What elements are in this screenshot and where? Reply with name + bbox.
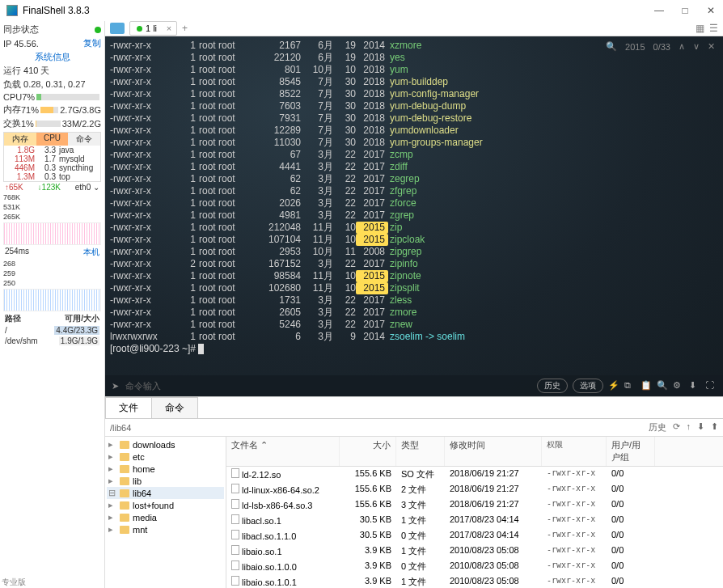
- paste-icon[interactable]: 📋: [641, 380, 652, 391]
- file-row[interactable]: ld-2.12.so155.6 KBSO 文件2018/06/19 21:27-…: [226, 467, 723, 482]
- new-tab-button[interactable]: +: [182, 23, 188, 34]
- terminal-line: -rwxr-xr-x1root root10268011月102015zipsp…: [110, 282, 718, 294]
- options-button[interactable]: 选项: [573, 379, 603, 393]
- tree-item[interactable]: ▸etc: [107, 451, 224, 463]
- file-row[interactable]: ld-lsb-x86-64.so.3155.6 KB3 文件2018/06/19…: [226, 497, 723, 513]
- bolt-icon[interactable]: ⚡: [608, 380, 619, 391]
- file-row[interactable]: libaio.so.1.0.13.9 KB1 文件2010/08/23 05:0…: [226, 574, 723, 588]
- file-row[interactable]: libaio.so.1.0.03.9 KB0 文件2010/08/23 05:0…: [226, 559, 723, 574]
- folder-tree[interactable]: ▸downloads▸etc▸home▸lib⊟lib64▸lost+found…: [105, 437, 226, 588]
- col-name[interactable]: 文件名 ⌃: [226, 437, 340, 466]
- disk-hdr-path: 路径: [5, 313, 21, 324]
- terminal-line: -rwxr-xr-x1root root21204811月102015zip: [110, 222, 718, 234]
- grid-view-icon[interactable]: ▦: [696, 23, 704, 34]
- col-user[interactable]: 用户/用户组: [607, 437, 655, 466]
- sysinfo-link[interactable]: 系统信息: [35, 51, 70, 63]
- download-icon[interactable]: ⬇: [689, 380, 700, 391]
- tree-item[interactable]: ▸downloads: [107, 438, 224, 451]
- file-row[interactable]: ld-linux-x86-64.so.2155.6 KB2 文件2018/06/…: [226, 482, 723, 497]
- folder-icon[interactable]: [110, 23, 125, 34]
- tab-files[interactable]: 文件: [105, 397, 152, 418]
- tab-commands[interactable]: 命令: [151, 397, 198, 418]
- terminal-line: -rwxr-xr-x1root root76037月302018yum-debu…: [110, 100, 718, 112]
- disk-row: /4.4G/23.3G: [3, 325, 101, 336]
- file-icon: [231, 545, 239, 555]
- path[interactable]: /lib64: [110, 423, 131, 433]
- tree-item[interactable]: ▸mnt: [107, 523, 224, 535]
- folder-icon: [120, 489, 129, 497]
- search-query[interactable]: 2015: [625, 42, 645, 52]
- terminal-tab[interactable]: 1 li×: [129, 21, 177, 36]
- file-icon: [231, 484, 239, 493]
- mem-label: 内存: [3, 104, 21, 116]
- terminal-line: -rwxr-xr-x2root root1671523月222017zipinf…: [110, 258, 718, 270]
- close-button[interactable]: ✕: [705, 5, 717, 16]
- file-row[interactable]: libacl.so.130.5 KB1 文件2017/08/23 04:14-r…: [226, 513, 723, 528]
- terminal[interactable]: 🔍 2015 0/33 ∧ ∨ ✕ -rwxr-xr-x1root root21…: [105, 36, 723, 396]
- terminal-line: -rwxr-xr-x1root root295310月112008zipgrep: [110, 246, 718, 258]
- copy-icon[interactable]: ⧉: [624, 380, 636, 391]
- tab-label: 1 li: [146, 23, 157, 33]
- search-next-icon[interactable]: ∨: [693, 41, 700, 52]
- folder-icon: [120, 526, 129, 534]
- footer: 专业版: [2, 577, 26, 588]
- minimize-button[interactable]: —: [653, 5, 665, 16]
- expand-icon[interactable]: ⛶: [705, 380, 717, 391]
- folder-icon: [120, 501, 129, 510]
- net-iface[interactable]: eth0 ⌄: [75, 183, 99, 192]
- refresh-icon[interactable]: ⟳: [673, 421, 680, 434]
- history-link[interactable]: 历史: [649, 421, 666, 434]
- history-button[interactable]: 历史: [537, 379, 568, 393]
- tree-item[interactable]: ▸lib: [107, 475, 224, 487]
- split-view-icon[interactable]: ☰: [709, 23, 718, 34]
- swap-val: 33M/2.2G: [62, 119, 101, 129]
- file-icon: [231, 576, 239, 586]
- download-file-icon[interactable]: ⬇: [697, 421, 704, 434]
- tree-item[interactable]: ⊟lib64: [107, 487, 224, 499]
- copy-link[interactable]: 复制: [83, 37, 101, 49]
- swap-label: 交换: [3, 117, 21, 129]
- cpu-label: CPU: [3, 92, 22, 102]
- search-prev-icon[interactable]: ∧: [679, 41, 685, 52]
- terminal-toolbar: ➤ 命令输入 历史 选项 ⚡ ⧉ 📋 🔍 ⚙ ⬇ ⛶: [105, 375, 723, 396]
- sidebar: 同步状态 IP 45.56.复制 系统信息 运行 410 天 负载 0.28, …: [0, 21, 105, 588]
- hdr-cpu[interactable]: CPU: [36, 133, 69, 146]
- proc-row[interactable]: 1.8G3.3java: [4, 146, 100, 154]
- tree-item[interactable]: ▸home: [107, 463, 224, 475]
- tabbar: 1 li× + ▦ ☰: [105, 21, 723, 36]
- ping-time: 254ms: [5, 247, 29, 258]
- gear-icon[interactable]: ⚙: [673, 380, 684, 391]
- maximize-button[interactable]: □: [679, 5, 691, 16]
- ping-host[interactable]: 本机: [83, 247, 99, 258]
- upload-file-icon[interactable]: ⬆: [711, 421, 718, 434]
- proc-row[interactable]: 446M0.3syncthing: [4, 163, 100, 172]
- col-type[interactable]: 类型: [396, 437, 445, 466]
- app-title: FinalShell 3.8.3: [23, 5, 90, 16]
- proc-row[interactable]: 1.3M0.3top: [4, 172, 100, 181]
- search-icon[interactable]: 🔍: [606, 41, 617, 52]
- proc-row[interactable]: 113M1.7mysqld: [4, 154, 100, 163]
- file-icon: [231, 499, 239, 509]
- file-row[interactable]: libacl.so.1.1.030.5 KB0 文件2017/08/23 04:…: [226, 528, 723, 544]
- hdr-cmd[interactable]: 命令: [68, 133, 100, 146]
- tab-close-icon[interactable]: ×: [167, 23, 171, 33]
- terminal-line: -rwxr-xr-x1root root9858411月102015zipnot…: [110, 270, 718, 282]
- col-size[interactable]: 大小: [340, 437, 396, 466]
- terminal-line: -rwxr-xr-x1root root79317月302018yum-debu…: [110, 112, 718, 125]
- file-row[interactable]: libaio.so.13.9 KB1 文件2010/08/23 05:08-rw…: [226, 544, 723, 559]
- tree-item[interactable]: ▸media: [107, 511, 224, 523]
- search-toolbar-icon[interactable]: 🔍: [657, 380, 668, 391]
- search-close-icon[interactable]: ✕: [708, 41, 715, 52]
- col-perm[interactable]: 权限: [542, 437, 607, 466]
- send-icon[interactable]: ➤: [112, 381, 119, 391]
- command-input[interactable]: 命令输入: [125, 380, 287, 392]
- up-icon[interactable]: ↑: [687, 421, 691, 434]
- file-icon: [231, 561, 239, 570]
- terminal-line: -rwxr-xr-x1root root17313月222017zless: [110, 294, 718, 307]
- col-date[interactable]: 修改时间: [445, 437, 542, 466]
- tree-item[interactable]: ▸lost+found: [107, 499, 224, 511]
- hdr-mem[interactable]: 内存: [4, 133, 36, 146]
- terminal-line: -rwxr-xr-x1root root221206月192018yes: [110, 52, 718, 64]
- folder-icon: [120, 477, 129, 485]
- folder-icon: [120, 514, 129, 522]
